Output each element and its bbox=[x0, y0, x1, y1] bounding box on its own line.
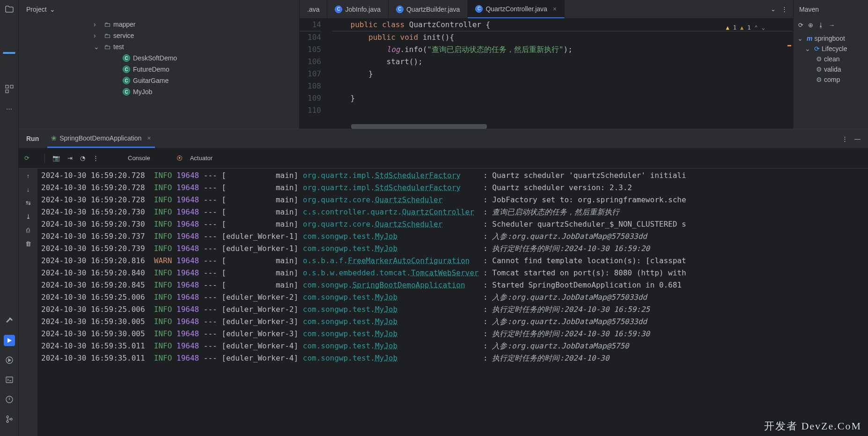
problems-icon[interactable] bbox=[4, 394, 15, 405]
log-line: 2024-10-30 16:59:20.728 INFO 19648 --- [… bbox=[41, 194, 864, 206]
run-config-label: SpringBootDemoApplication bbox=[59, 134, 141, 142]
log-line: 2024-10-30 16:59:20.730 INFO 19648 --- [… bbox=[41, 218, 864, 230]
tree-item[interactable]: CFutureDemo bbox=[28, 64, 299, 75]
log-line: 2024-10-30 16:59:20.728 INFO 19648 --- [… bbox=[41, 182, 864, 194]
more-vert-icon[interactable]: ⋮ bbox=[93, 155, 99, 162]
folder-icon[interactable] bbox=[4, 4, 15, 15]
tree-item[interactable]: CDeskSoftDemo bbox=[28, 52, 299, 64]
editor-gutter: 14104105106107108109110 bbox=[300, 19, 327, 129]
run-toolbar: ⟳ 📷 ⇥ ◔ ⋮ Console ⦿ Actuator bbox=[19, 148, 868, 169]
chevron-down-icon[interactable]: ⌄ bbox=[762, 22, 765, 34]
log-line: 2024-10-30 16:59:20.840 INFO 19648 --- [… bbox=[41, 267, 864, 279]
console-output[interactable]: 2024-10-30 16:59:20.728 INFO 19648 --- [… bbox=[37, 169, 868, 436]
maven-item[interactable]: ⚙valida bbox=[794, 64, 868, 74]
gauge-icon[interactable]: ◔ bbox=[80, 155, 85, 162]
editor-tab[interactable]: CQuartzBuilder.java bbox=[389, 0, 468, 18]
more-icon[interactable]: ⋮ bbox=[781, 6, 787, 13]
log-line: 2024-10-30 16:59:20.845 INFO 19648 --- [… bbox=[41, 279, 864, 291]
console-area: ↑ ↓ ⇆ ⤓ ⎙ 🗑 2024-10-30 16:59:20.728 INFO… bbox=[19, 169, 868, 436]
download-icon[interactable]: ⭳ bbox=[818, 22, 824, 29]
log-line: 2024-10-30 16:59:35.011 INFO 19648 --- [… bbox=[41, 340, 864, 352]
log-line: 2024-10-30 16:59:30.005 INFO 19648 --- [… bbox=[41, 316, 864, 328]
rerun-icon[interactable]: ⟳ bbox=[24, 155, 29, 162]
log-line: 2024-10-30 16:59:35.011 INFO 19648 --- [… bbox=[41, 352, 864, 364]
horizontal-scrollbar[interactable] bbox=[351, 124, 487, 129]
maven-toolbar: ⟳ ⊕ ⭳ → bbox=[794, 19, 868, 31]
exit-icon[interactable]: ⇥ bbox=[67, 155, 73, 162]
maven-item[interactable]: ⚙clean bbox=[794, 54, 868, 64]
editor-tab[interactable]: CQuartzController.java× bbox=[468, 0, 565, 18]
log-line: 2024-10-30 16:59:20.816 WARN 19648 --- [… bbox=[41, 255, 864, 267]
maven-title: Maven bbox=[794, 0, 868, 19]
play-icon[interactable] bbox=[4, 335, 15, 346]
camera-icon[interactable]: 📷 bbox=[52, 155, 60, 162]
log-line: 2024-10-30 16:59:30.005 INFO 19648 --- [… bbox=[41, 328, 864, 340]
console-tab[interactable]: Console bbox=[128, 155, 150, 162]
editor-area: .avaCJobInfo.javaCQuartzBuilder.javaCQua… bbox=[300, 0, 793, 129]
svg-point-6 bbox=[7, 416, 8, 418]
log-line: 2024-10-30 16:59:20.739 INFO 19648 --- [… bbox=[41, 243, 864, 255]
log-line: 2024-10-30 16:59:20.737 INFO 19648 --- [… bbox=[41, 230, 864, 243]
tree-item[interactable]: ›🗀service bbox=[28, 30, 299, 41]
close-icon[interactable]: × bbox=[553, 5, 557, 13]
svg-rect-4 bbox=[6, 377, 13, 383]
more-icon[interactable]: ⋮ bbox=[842, 135, 848, 142]
trash-icon[interactable]: 🗑 bbox=[25, 240, 31, 247]
project-title: Project bbox=[26, 6, 47, 13]
hammer-icon[interactable] bbox=[4, 315, 15, 326]
scroll-down-icon[interactable]: ↓ bbox=[27, 186, 30, 193]
soft-wrap-icon[interactable]: ⇆ bbox=[26, 200, 31, 207]
warning-icon: ▲ bbox=[726, 22, 729, 34]
tree-item[interactable]: ›🗀mapper bbox=[28, 19, 299, 30]
svg-point-7 bbox=[7, 421, 8, 422]
chevron-up-icon[interactable]: ⌃ bbox=[755, 22, 758, 34]
maven-panel: Maven ⟳ ⊕ ⭳ → ⌄mspringboot⌄⟳Lifecycle⚙cl… bbox=[793, 0, 868, 129]
scroll-up-icon[interactable]: ↑ bbox=[27, 172, 30, 179]
tree-item[interactable]: CGuitarGame bbox=[28, 75, 299, 86]
log-line: 2024-10-30 16:59:20.730 INFO 19648 --- [… bbox=[41, 206, 864, 218]
editor-content[interactable]: 14104105106107108109110 public class Qua… bbox=[300, 19, 793, 129]
leaf-icon: ❀ bbox=[51, 134, 57, 142]
svg-point-8 bbox=[10, 418, 12, 420]
close-icon[interactable]: × bbox=[147, 134, 151, 142]
stripe-icon[interactable]: ▬▬ bbox=[4, 46, 15, 57]
inspection-badges[interactable]: ▲1 ▲1 ⌃ ⌄ bbox=[726, 22, 765, 34]
run-config-tab[interactable]: ❀ SpringBootDemoApplication × bbox=[47, 129, 154, 148]
structure-icon[interactable] bbox=[4, 83, 15, 95]
actuator-icon: ⦿ bbox=[177, 155, 183, 162]
watermark: 开发者 DevZe.CoM bbox=[764, 419, 861, 433]
run-title: Run bbox=[26, 135, 39, 142]
run-icon[interactable] bbox=[4, 355, 15, 366]
maven-item[interactable]: ⌄mspringboot bbox=[794, 33, 868, 44]
svg-rect-0 bbox=[6, 85, 8, 88]
expand-icon[interactable]: → bbox=[829, 22, 835, 29]
git-icon[interactable] bbox=[4, 414, 15, 425]
scroll-to-end-icon[interactable]: ⤓ bbox=[26, 213, 31, 220]
error-stripe-marker[interactable] bbox=[787, 45, 791, 46]
log-line: 2024-10-30 16:59:20.728 INFO 19648 --- [… bbox=[41, 170, 864, 182]
run-header: Run ❀ SpringBootDemoApplication × ⋮ — bbox=[19, 129, 868, 148]
actuator-tab[interactable]: Actuator bbox=[190, 155, 213, 162]
project-header[interactable]: Project ⌄ bbox=[19, 0, 299, 19]
chevron-down-icon[interactable]: ⌄ bbox=[771, 6, 776, 13]
add-icon[interactable]: ⊕ bbox=[808, 22, 813, 29]
console-gutter: ↑ ↓ ⇆ ⤓ ⎙ 🗑 bbox=[19, 169, 37, 436]
refresh-icon[interactable]: ⟳ bbox=[798, 22, 803, 29]
maven-item[interactable]: ⚙comp bbox=[794, 74, 868, 85]
minimize-icon[interactable]: — bbox=[854, 135, 861, 142]
chevron-down-icon: ⌄ bbox=[50, 6, 55, 13]
log-line: 2024-10-30 16:59:25.006 INFO 19648 --- [… bbox=[41, 303, 864, 316]
more-icon[interactable]: ⋯ bbox=[4, 103, 15, 114]
tree-item[interactable]: CMyJob bbox=[28, 86, 299, 97]
editor-tab[interactable]: CJobInfo.java bbox=[327, 0, 389, 18]
svg-rect-2 bbox=[6, 90, 8, 93]
run-panel: Run ❀ SpringBootDemoApplication × ⋮ — ⟳ … bbox=[19, 129, 868, 436]
maven-item[interactable]: ⌄⟳Lifecycle bbox=[794, 44, 868, 54]
maven-tree: ⌄mspringboot⌄⟳Lifecycle⚙clean⚙valida⚙com… bbox=[794, 31, 868, 87]
editor-tab[interactable]: .ava bbox=[300, 0, 327, 18]
tree-item[interactable]: ⌄🗀test bbox=[28, 41, 299, 52]
print-icon[interactable]: ⎙ bbox=[26, 227, 30, 234]
left-toolbar: ▬▬ ⋯ bbox=[0, 0, 19, 436]
terminal-icon[interactable] bbox=[4, 374, 15, 385]
code-lines[interactable]: public class QuartzController { public v… bbox=[330, 19, 793, 129]
